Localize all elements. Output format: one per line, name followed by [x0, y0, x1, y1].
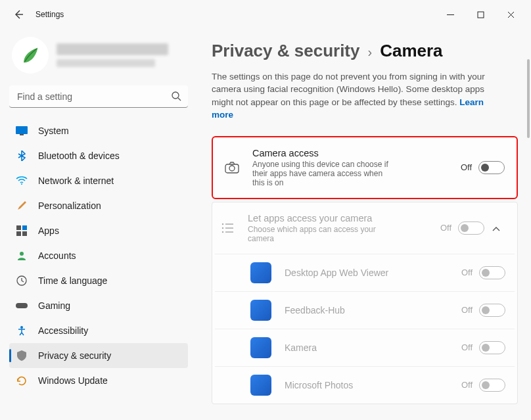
svg-rect-5 [16, 225, 21, 230]
minimize-icon [447, 11, 454, 18]
window-title: Settings [35, 10, 435, 19]
svg-point-1 [172, 92, 179, 99]
scrollbar[interactable] [527, 59, 530, 138]
gamepad-icon [16, 300, 28, 312]
app-icon [250, 337, 271, 358]
back-button[interactable] [5, 1, 32, 28]
svg-rect-2 [16, 126, 28, 134]
accessibility-icon [16, 325, 28, 337]
svg-rect-11 [16, 303, 28, 308]
sidebar-item-privacy[interactable]: Privacy & security [9, 343, 188, 368]
leaf-icon [19, 44, 41, 66]
update-icon [16, 375, 28, 386]
search-icon [171, 91, 181, 104]
app-name: Feedback-Hub [285, 305, 461, 315]
app-state: Off [461, 380, 473, 390]
svg-rect-0 [478, 12, 484, 18]
svg-point-9 [20, 252, 24, 256]
app-name: Kamera [285, 342, 461, 353]
user-name-redacted [57, 43, 168, 55]
sidebar-item-label: Apps [38, 225, 59, 236]
apps-access-subtitle: Choose which apps can access your camera [248, 225, 392, 243]
close-button[interactable] [496, 4, 526, 25]
app-icon [250, 262, 271, 283]
sidebar-item-update[interactable]: Windows Update [9, 368, 188, 393]
svg-rect-3 [20, 134, 24, 135]
sidebar-item-label: Accessibility [38, 325, 88, 336]
collapse-button[interactable] [487, 222, 505, 234]
sidebar-item-accounts[interactable]: Accounts [9, 243, 188, 268]
user-email-redacted [57, 59, 155, 67]
breadcrumb-parent[interactable]: Privacy & security [212, 41, 359, 61]
search-input[interactable] [9, 85, 188, 108]
camera-access-subtitle: Anyone using this device can choose if t… [252, 160, 397, 187]
sidebar-item-bluetooth[interactable]: Bluetooth & devices [9, 143, 188, 168]
system-icon [16, 125, 28, 137]
sidebar-item-system[interactable]: System [9, 118, 188, 143]
bluetooth-icon [16, 150, 28, 162]
camera-access-title: Camera access [252, 148, 461, 158]
minimize-button[interactable] [435, 4, 465, 25]
app-name: Microsoft Photos [285, 380, 461, 390]
list-icon [220, 222, 235, 234]
sidebar-item-label: Personalization [38, 200, 101, 211]
sidebar-item-personalization[interactable]: Personalization [9, 193, 188, 218]
sidebar-item-label: Privacy & security [38, 350, 111, 361]
svg-point-16 [222, 227, 223, 229]
sidebar-item-network[interactable]: Network & internet [9, 168, 188, 193]
apps-access-title: Let apps access your camera [248, 213, 440, 223]
sidebar-item-gaming[interactable]: Gaming [9, 293, 188, 318]
chevron-up-icon [492, 226, 500, 231]
wifi-icon [16, 175, 28, 187]
app-icon [250, 375, 271, 396]
user-profile[interactable] [12, 37, 185, 74]
svg-rect-7 [16, 231, 21, 236]
chevron-right-icon: › [367, 45, 372, 60]
svg-point-17 [222, 231, 223, 233]
sidebar-item-apps[interactable]: Apps [9, 218, 188, 243]
app-row: Desktop App Web Viewer Off [212, 254, 517, 291]
svg-rect-8 [22, 231, 27, 236]
maximize-button[interactable] [465, 4, 496, 25]
apps-icon [16, 225, 28, 237]
app-state: Off [461, 342, 473, 352]
svg-rect-6 [22, 225, 27, 230]
page-title: Camera [380, 41, 442, 61]
sidebar-item-label: Time & language [38, 275, 107, 286]
back-arrow-icon [13, 9, 24, 20]
avatar [12, 37, 49, 74]
app-toggle [479, 379, 505, 392]
app-row: Kamera Off [212, 329, 517, 366]
app-name: Desktop App Web Viewer [285, 268, 461, 278]
svg-point-14 [229, 166, 235, 171]
camera-access-toggle[interactable] [478, 161, 505, 174]
apps-access-card: Let apps access your camera Choose which… [212, 202, 518, 404]
page-description: The settings on this page do not prevent… [212, 70, 501, 122]
sidebar-item-label: Gaming [38, 300, 70, 311]
app-icon [250, 300, 271, 321]
camera-icon [225, 162, 239, 174]
apps-access-state: Off [440, 223, 451, 233]
person-icon [16, 250, 28, 262]
app-row: Microsoft Photos Off [212, 367, 517, 404]
app-toggle [479, 304, 505, 317]
clock-icon [16, 275, 28, 287]
apps-access-toggle [458, 222, 484, 235]
sidebar-item-label: System [38, 126, 69, 136]
app-state: Off [461, 305, 473, 315]
sidebar-item-accessibility[interactable]: Accessibility [9, 318, 188, 343]
sidebar-item-label: Windows Update [38, 375, 108, 386]
svg-point-15 [222, 223, 223, 225]
camera-access-card: Camera access Anyone using this device c… [212, 136, 518, 199]
sidebar-item-time[interactable]: Time & language [9, 268, 188, 293]
maximize-icon [477, 11, 484, 18]
breadcrumb: Privacy & security › Camera [212, 41, 518, 61]
sidebar-item-label: Network & internet [38, 175, 114, 186]
app-toggle [479, 266, 505, 279]
app-state: Off [461, 268, 473, 277]
brush-icon [16, 200, 28, 212]
sidebar-item-label: Bluetooth & devices [38, 151, 120, 161]
close-icon [507, 11, 515, 18]
svg-point-12 [20, 326, 23, 329]
sidebar-item-label: Accounts [38, 250, 76, 261]
